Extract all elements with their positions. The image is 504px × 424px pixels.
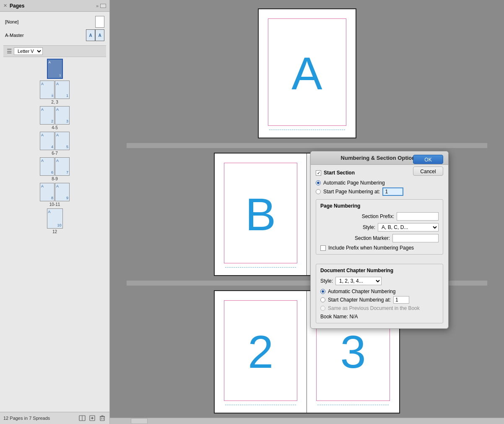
auto-chapter-label: Automatic Chapter Numbering: [328, 289, 395, 294]
include-prefix-row: Include Prefix when Numbering Pages: [320, 245, 439, 251]
style-label: Style:: [338, 224, 375, 230]
include-prefix-label: Include Prefix when Numbering Pages: [328, 245, 414, 251]
section-prefix-label: Section Prefix:: [356, 213, 394, 219]
section-marker-input[interactable]: [392, 234, 439, 242]
auto-page-numbering-label: Automatic Page Numbering: [323, 180, 385, 186]
same-as-previous-label: Same as Previous Document in the Book: [328, 305, 420, 311]
modal-body: ✓ Start Section Automatic Page Numbering…: [311, 165, 448, 328]
book-name-row: Book Name: N/A: [320, 314, 439, 320]
numbering-section-dialog: Numbering & Section Options OK Cancel ✓ …: [310, 151, 449, 329]
start-chapter-radio[interactable]: [320, 297, 325, 302]
cancel-button[interactable]: Cancel: [413, 166, 443, 176]
page-numbering-radio-group: Automatic Page Numbering Start Page Numb…: [316, 180, 443, 196]
same-as-previous-row: Same as Previous Document in the Book: [320, 305, 439, 311]
chapter-style-select[interactable]: 1, 2, 3, 4...: [335, 277, 382, 285]
start-page-numbering-row: Start Page Numbering at:: [316, 187, 443, 196]
start-section-label: Start Section: [324, 170, 355, 176]
start-page-numbering-radio[interactable]: [316, 189, 321, 194]
chapter-style-row: Style: 1, 2, 3, 4...: [320, 277, 439, 285]
page-numbering-title: Page Numbering: [320, 203, 439, 209]
start-page-input[interactable]: [382, 187, 403, 196]
page-numbering-box: Page Numbering Section Prefix: Style: A,…: [316, 199, 443, 255]
auto-chapter-row: Automatic Chapter Numbering: [320, 289, 439, 294]
start-chapter-label: Start Chapter Numbering at:: [328, 297, 391, 303]
chapter-numbering-box: Document Chapter Numbering Style: 1, 2, …: [316, 264, 443, 323]
auto-page-numbering-radio[interactable]: [316, 180, 321, 185]
start-section-checkbox[interactable]: ✓: [316, 170, 321, 176]
section-prefix-row: Section Prefix:: [320, 212, 439, 221]
start-chapter-input[interactable]: [393, 296, 409, 304]
start-chapter-row: Start Chapter Numbering at:: [320, 296, 439, 304]
style-row: Style: A, B, C, D...: [320, 223, 439, 232]
style-select[interactable]: A, B, C, D...: [378, 223, 439, 232]
section-marker-row: Section Marker:: [320, 234, 439, 242]
book-name-label: Book Name:: [320, 314, 348, 320]
same-as-previous-radio[interactable]: [320, 306, 325, 311]
auto-chapter-radio[interactable]: [320, 289, 325, 294]
modal-buttons: OK Cancel: [413, 155, 443, 176]
section-prefix-input[interactable]: [397, 212, 439, 221]
auto-page-numbering-row: Automatic Page Numbering: [316, 180, 443, 186]
chapter-numbering-title: Document Chapter Numbering: [320, 268, 439, 273]
modal-overlay: Numbering & Section Options OK Cancel ✓ …: [0, 0, 504, 424]
chapter-style-label: Style:: [320, 278, 333, 284]
spacer: [316, 260, 443, 264]
include-prefix-checkbox[interactable]: [320, 245, 326, 251]
section-marker-label: Section Marker:: [352, 235, 390, 241]
start-page-numbering-label: Start Page Numbering at:: [323, 189, 380, 195]
chapter-radio-group: Automatic Chapter Numbering Start Chapte…: [320, 289, 439, 311]
book-name-value: N/A: [349, 314, 358, 320]
ok-button[interactable]: OK: [413, 155, 443, 164]
